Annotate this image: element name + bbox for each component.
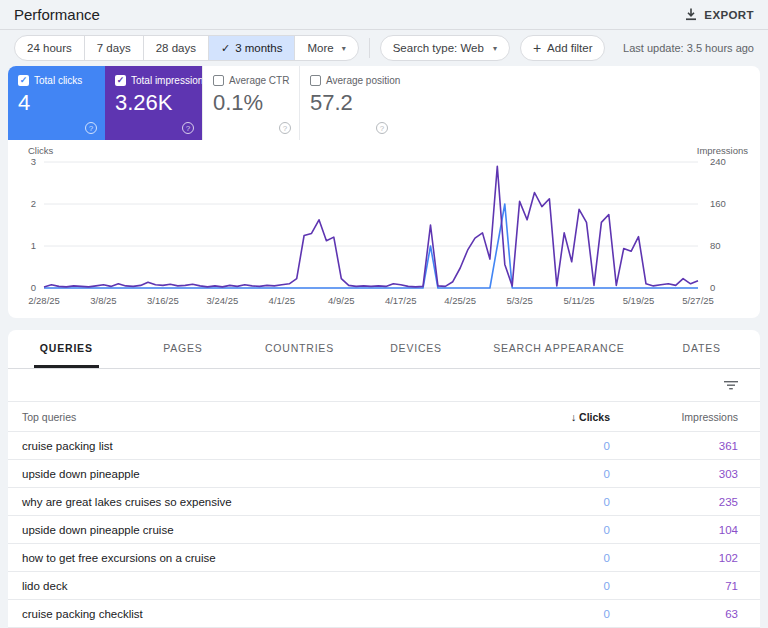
tab-pages[interactable]: PAGES <box>125 330 242 368</box>
scorecard-value: 0.1% <box>213 90 289 116</box>
table-body: cruise packing list0361upside down pinea… <box>8 432 760 628</box>
svg-text:160: 160 <box>710 198 726 209</box>
tab-countries[interactable]: COUNTRIES <box>241 330 358 368</box>
tab-search-appearance[interactable]: SEARCH APPEARANCE <box>474 330 643 368</box>
svg-text:4/17/25: 4/17/25 <box>385 295 417 306</box>
search-type-dropdown[interactable]: Search type: Web ▾ <box>380 35 510 61</box>
svg-text:3/24/25: 3/24/25 <box>207 295 239 306</box>
scorecard-total-clicks[interactable]: ✓Total clicks4? <box>8 66 105 140</box>
help-icon[interactable]: ? <box>182 122 194 134</box>
scorecard-average-position[interactable]: Average position57.2? <box>299 66 396 140</box>
export-label: EXPORT <box>704 9 754 21</box>
tab-dates[interactable]: DATES <box>643 330 760 368</box>
impressions-cell: 303 <box>636 468 746 480</box>
table-row[interactable]: lido deck071 <box>8 572 760 600</box>
query-cell[interactable]: cruise packing checklist <box>22 608 516 620</box>
filter-icon[interactable] <box>724 379 738 391</box>
impressions-cell: 63 <box>636 608 746 620</box>
clicks-cell: 0 <box>516 524 636 536</box>
table-row[interactable]: why are great lakes cruises so expensive… <box>8 488 760 516</box>
svg-text:Impressions: Impressions <box>697 145 748 156</box>
help-icon[interactable]: ? <box>376 122 388 134</box>
svg-text:5/19/25: 5/19/25 <box>623 295 655 306</box>
scorecard-average-ctr[interactable]: Average CTR0.1%? <box>202 66 299 140</box>
checkbox-unchecked-icon[interactable] <box>310 75 321 86</box>
checkbox-unchecked-icon[interactable] <box>213 75 224 86</box>
date-range-7-days[interactable]: 7 days <box>85 36 144 60</box>
query-cell[interactable]: how to get free excursions on a cruise <box>22 552 516 564</box>
scorecard-row: ✓Total clicks4?✓Total impressions3.26K?A… <box>8 66 760 140</box>
chart-area: ClicksImpressions00180216032402/28/253/8… <box>8 140 760 320</box>
add-filter-button[interactable]: + Add filter <box>520 35 606 61</box>
chevron-down-icon: ▾ <box>342 44 346 53</box>
table-row[interactable]: cruise packing checklist063 <box>8 600 760 628</box>
sort-descending-icon: ↓ <box>571 411 576 423</box>
query-cell[interactable]: cruise packing list <box>22 440 516 452</box>
check-icon: ✓ <box>221 42 230 55</box>
clicks-cell: 0 <box>516 496 636 508</box>
table-row[interactable]: cruise packing list0361 <box>8 432 760 460</box>
chevron-down-icon: ▾ <box>493 44 497 53</box>
svg-text:1: 1 <box>31 240 36 251</box>
clicks-cell: 0 <box>516 608 636 620</box>
export-button[interactable]: EXPORT <box>685 8 754 21</box>
table-row[interactable]: how to get free excursions on a cruise01… <box>8 544 760 572</box>
column-header-clicks[interactable]: ↓ Clicks <box>516 411 636 423</box>
performance-card: ✓Total clicks4?✓Total impressions3.26K?A… <box>8 66 760 318</box>
scorecard-label: Total clicks <box>34 75 82 86</box>
svg-text:4/1/25: 4/1/25 <box>269 295 295 306</box>
svg-text:Clicks: Clicks <box>28 145 54 156</box>
scorecard-value: 3.26K <box>115 90 192 116</box>
add-filter-label: Add filter <box>547 42 592 54</box>
table-row[interactable]: upside down pineapple0303 <box>8 460 760 488</box>
dimension-tabs: QUERIESPAGESCOUNTRIESDEVICESSEARCH APPEA… <box>8 330 760 369</box>
svg-text:3/16/25: 3/16/25 <box>147 295 179 306</box>
help-icon[interactable]: ? <box>279 122 291 134</box>
impressions-cell: 235 <box>636 496 746 508</box>
svg-text:240: 240 <box>710 156 726 167</box>
checkbox-checked-icon[interactable]: ✓ <box>18 75 29 86</box>
impressions-cell: 361 <box>636 440 746 452</box>
svg-text:5/27/25: 5/27/25 <box>682 295 714 306</box>
scorecard-value: 4 <box>18 90 95 116</box>
page-title: Performance <box>14 6 100 23</box>
top-bar: Performance EXPORT <box>0 0 768 30</box>
table-row[interactable]: upside down pineapple cruise0104 <box>8 516 760 544</box>
filter-divider <box>369 38 370 58</box>
clicks-cell: 0 <box>516 552 636 564</box>
date-range-more[interactable]: More▾ <box>295 36 357 60</box>
svg-text:5/3/25: 5/3/25 <box>506 295 532 306</box>
scorecard-label: Average position <box>326 75 400 86</box>
svg-text:5/11/25: 5/11/25 <box>564 295 595 306</box>
impressions-cell: 102 <box>636 552 746 564</box>
help-icon[interactable]: ? <box>85 122 97 134</box>
date-range-28-days[interactable]: 28 days <box>144 36 209 60</box>
svg-text:0: 0 <box>710 282 715 293</box>
plus-icon: + <box>533 40 541 56</box>
scorecard-label: Average CTR <box>229 75 289 86</box>
report-table-card: QUERIESPAGESCOUNTRIESDEVICESSEARCH APPEA… <box>8 330 760 628</box>
checkbox-checked-icon[interactable]: ✓ <box>115 75 126 86</box>
clicks-cell: 0 <box>516 468 636 480</box>
tab-devices[interactable]: DEVICES <box>358 330 475 368</box>
date-range-3-months[interactable]: ✓3 months <box>209 36 296 60</box>
last-update-text: Last update: 3.5 hours ago <box>623 42 754 54</box>
clicks-cell: 0 <box>516 440 636 452</box>
tab-queries[interactable]: QUERIES <box>8 330 125 368</box>
svg-text:80: 80 <box>710 240 721 251</box>
query-cell[interactable]: upside down pineapple cruise <box>22 524 516 536</box>
scorecard-label: Total impressions <box>131 75 208 86</box>
clicks-cell: 0 <box>516 580 636 592</box>
scorecard-total-impressions[interactable]: ✓Total impressions3.26K? <box>105 66 202 140</box>
svg-text:4/25/25: 4/25/25 <box>444 295 476 306</box>
date-range-24-hours[interactable]: 24 hours <box>15 36 85 60</box>
svg-text:2/28/25: 2/28/25 <box>28 295 60 306</box>
svg-text:4/9/25: 4/9/25 <box>328 295 354 306</box>
query-cell[interactable]: why are great lakes cruises so expensive <box>22 496 516 508</box>
column-header-impressions[interactable]: Impressions <box>636 411 746 423</box>
query-cell[interactable]: upside down pineapple <box>22 468 516 480</box>
svg-text:2: 2 <box>31 198 36 209</box>
column-header-queries[interactable]: Top queries <box>22 411 516 423</box>
impressions-cell: 104 <box>636 524 746 536</box>
query-cell[interactable]: lido deck <box>22 580 516 592</box>
